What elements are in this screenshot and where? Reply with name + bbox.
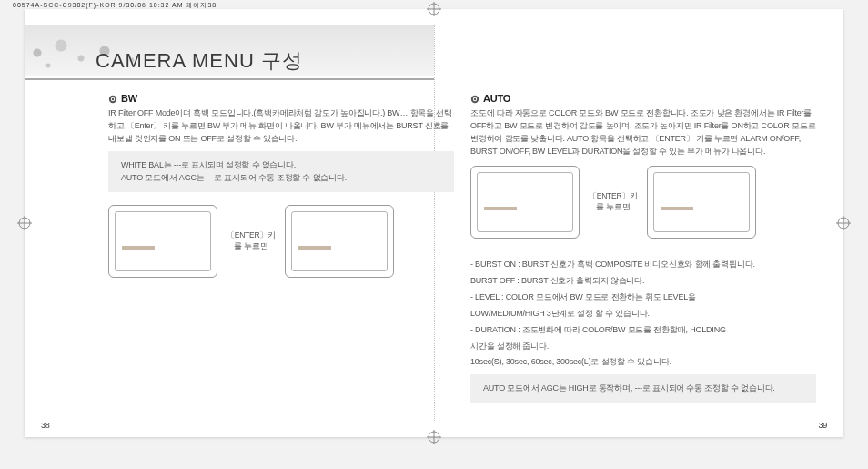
list-item: - LEVEL : COLOR 모드에서 BW 모드로 전환하는 휘도 LEVE… [470, 291, 816, 304]
bw-paragraph: IR Filter OFF Mode이며 흑백 모드입니다.(흑백카메라처럼 감… [108, 107, 454, 146]
auto-heading-text: AUTO [483, 93, 510, 104]
auto-bullet-list: - BURST ON : BURST 신호가 흑백 COMPOSITE 비디오신… [470, 259, 816, 370]
auto-diagram: 〔ENTER〕키를 누르면 [470, 166, 816, 250]
list-item: BURST OFF : BURST 신호가 출력되지 않습니다. [470, 275, 816, 288]
list-item: - BURST ON : BURST 신호가 흑백 COMPOSITE 비디오신… [470, 259, 816, 271]
page-number-left: 38 [41, 421, 50, 430]
bw-note: WHITE BAL는 ---로 표시되며 설정할 수 없습니다. AUTO 모드… [108, 151, 454, 192]
bw-heading-text: BW [121, 93, 137, 104]
list-item: 시간을 설정해 줍니다. [470, 341, 816, 353]
auto-heading: AUTO [470, 93, 816, 104]
list-item: 10sec(S), 30sec, 60sec, 300sec(L)로 설정할 수… [470, 356, 816, 369]
bullet-icon [470, 95, 479, 104]
svg-point-17 [474, 98, 476, 100]
crop-mark-top [427, 2, 441, 16]
auto-paragraph: 조도에 따라 자동으로 COLOR 모드와 BW 모드로 전환합니다. 조도가 … [470, 107, 816, 158]
bw-diagram: 〔ENTER〕키를 누르면 [108, 205, 454, 289]
crop-mark-left [17, 216, 32, 230]
section-bw: BW IR Filter OFF Mode이며 흑백 모드입니다.(흑백카메라처… [108, 93, 454, 289]
page-number-right: 39 [818, 421, 827, 430]
enter-key-label: 〔ENTER〕키를 누르면 [587, 191, 640, 213]
auto-note: AUTO 모드에서 AGC는 HIGH로 동작하며, ---로 표시되어 수동 … [470, 374, 816, 402]
page-title: CAMERA MENU 구성 [96, 47, 303, 75]
crop-mark-bottom [427, 430, 441, 444]
crop-mark-right [836, 216, 851, 230]
bw-heading: BW [108, 93, 454, 104]
list-item: - DURATION : 조도변화에 따라 COLOR/BW 모드를 전환할때,… [470, 324, 816, 337]
spread: CAMERA MENU 구성 BW IR Filter OFF Mode이며 흑… [25, 9, 843, 437]
monitor-before [108, 205, 217, 278]
section-auto: AUTO 조도에 따라 자동으로 COLOR 모드와 BW 모드로 전환합니다.… [470, 93, 816, 415]
monitor-after [647, 166, 756, 239]
monitor-before [470, 166, 580, 239]
list-item: LOW/MEDIUM/HIGH 3단계로 설정 할 수 있습니다. [470, 308, 816, 321]
bullet-icon [108, 95, 117, 104]
svg-point-14 [112, 98, 114, 100]
monitor-after [285, 205, 394, 278]
enter-key-label: 〔ENTER〕키를 누르면 [225, 230, 278, 252]
